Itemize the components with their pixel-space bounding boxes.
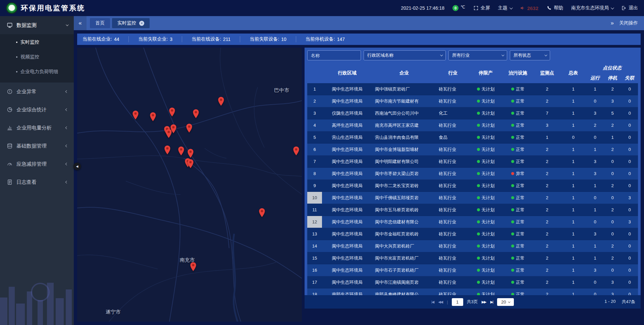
cell-region: 阆中生态环境局 [322,228,372,240]
map-pin[interactable] [218,97,224,106]
table-row[interactable]: 17阆中生态环境局阆中市江南镇阆南页岩砖瓦行业无计划正常21030 [307,276,638,288]
map-roads-decoration [77,48,302,322]
cell-limit-production: 无计划 [470,107,502,119]
prev-page-button[interactable]: ◀◀ [438,300,443,304]
map[interactable]: ◀ 巴中市南充市遂宁市 [77,48,302,322]
temperature-unit-label: ℃ [461,5,465,9]
next-page-button[interactable]: ▶▶ [482,300,487,304]
map-pin[interactable] [164,145,171,155]
table-row[interactable]: 8阆中生态环境局阆中市枣碧大梁山页岩砖瓦行业无计划异常21300 [307,168,638,180]
cell-total-meters: 1 [560,252,586,264]
chevron-down-icon [66,23,68,26]
cell-industry: 砖瓦行业 [436,228,470,240]
cell-index: 7 [307,156,322,167]
table-row[interactable]: 2阆中生态环境局阆中市南方节能建材有砖瓦行业无计划正常21030 [307,95,638,107]
map-pin[interactable] [293,146,300,156]
cell-total-meters: 1 [560,204,586,216]
first-page-button[interactable]: |◀ [431,300,434,304]
industry-filter-value: 所有行业 [452,52,470,58]
brand: 环保用电监管系统 [6,2,85,14]
sidebar-item-5[interactable]: 基础数据管理 [0,137,74,155]
map-pin[interactable] [193,109,199,118]
table-row[interactable]: 5营山生态环境局营山县润丰肉食品有限食品无计划正常10010 [307,131,638,144]
stat-label: 当前停机设备: [306,36,335,42]
table-row[interactable]: 7阆中生态环境局阆中明阳建材有限公司砖瓦行业无计划正常21300 [307,156,638,168]
org-dropdown[interactable]: 南充市生态环境局 [571,5,613,11]
org-name-label: 南充市生态环境局 [571,5,609,11]
sidebar-item-6[interactable]: 应急减排管理 [0,155,74,173]
help-button[interactable]: 帮助 [546,5,563,11]
close-operations-button[interactable]: 关闭操作 [619,20,638,26]
map-pin[interactable] [259,208,265,217]
logout-button[interactable]: 退出 [621,5,638,11]
temperature-value-badge: 0 [452,5,459,11]
table-row[interactable]: 15阆中生态环境局阆中市光富页岩机砖厂砖瓦行业无计划正常21120 [307,252,638,264]
map-pin[interactable] [150,112,156,121]
cell-industry: 砖瓦行业 [436,156,470,167]
table-row[interactable]: 11阆中生态环境局阆中市五马桥页岩机砖砖瓦行业无计划正常21120 [307,204,638,216]
table-row[interactable]: 14阆中生态环境局阆中大兴页岩机砖厂砖瓦行业无计划正常21120 [307,240,638,252]
cell-lost: 0 [621,228,638,240]
industry-filter-select[interactable]: 所有行业 [448,50,507,60]
cell-lost: 0 [621,83,638,95]
map-pin[interactable] [186,123,193,133]
cell-total-meters: 0 [560,131,586,143]
table-row[interactable]: 18南部生态环境局南部县鑫峰建材有限公砖瓦行业无计划正常21030 [307,288,638,295]
fullscreen-button[interactable]: 全屏 [473,5,490,11]
table-row[interactable]: 12阆中生态环境局阆中市忠信建材有限公砖瓦行业无计划正常21003 [307,216,638,228]
cell-total-meters: 1 [560,107,586,119]
map-pin[interactable] [187,149,194,158]
cell-pollution-facility: 正常 [502,264,534,276]
map-pin[interactable] [169,107,175,117]
map-pin[interactable] [190,262,197,271]
region-filter-select[interactable]: 行政区域名称 [364,50,446,60]
sidebar-subitem[interactable]: 企业电力负荷明细 [0,64,74,79]
alarm-mute-button[interactable]: 2632 [520,5,538,11]
theme-dropdown[interactable]: 主题 [498,5,512,11]
tab-2[interactable]: 实时监控× [112,18,150,28]
cell-monitor-points: 1 [534,131,560,143]
sidebar-submenu: 实时监控视频监控企业电力负荷明细 [0,34,74,83]
table-row[interactable]: 1阆中生态环境局阆中强锐页岩砖厂砖瓦行业无计划正常21120 [307,83,638,95]
last-page-button[interactable]: ▶| [490,300,493,304]
table-row[interactable]: 13阆中生态环境局阆中市金福旺页岩机砖砖瓦行业无计划正常21300 [307,228,638,240]
status-dot-green [477,257,480,260]
map-pin[interactable] [187,159,194,168]
table-row[interactable]: 4高坪生态环境局南充市高坪区王家店建砖瓦行业无计划正常31220 [307,119,638,131]
cell-index: 14 [307,240,322,252]
sidebar-item-1[interactable]: 数据监测 [0,16,74,34]
sidebar-subitem[interactable]: 视频监控 [0,50,74,64]
facility-text: 正常 [516,207,525,213]
sidebar-item-7[interactable]: 日志查看 [0,173,74,191]
map-collapse-handle[interactable]: ◀ [73,163,81,170]
content-inner: 当前在线企业:44当前失联企业:3当前在线设备:211当前失联设备:10当前停机… [74,30,644,325]
cell-running: 1 [586,180,604,192]
sidebar-item-2[interactable]: 企业异常 [0,83,74,101]
tabs-scroll-right-button[interactable]: » [611,20,614,26]
status-filter-select[interactable]: 所有状态 [510,50,550,60]
sidebar-item-4[interactable]: 企业用电量分析 [0,119,74,137]
name-filter-input[interactable] [307,50,361,60]
table-row[interactable]: 3仪陇生态环境局西南油气田分公司川中化工无计划正常71350 [307,107,638,119]
cell-running: 3 [586,228,604,240]
sidebar-subitem[interactable]: 实时监控 [0,35,74,50]
table-row[interactable]: 9阆中生态环境局阆中市二龙长宝页岩砖砖瓦行业无计划正常21120 [307,180,638,192]
table-row[interactable]: 6阆中生态环境局阆中市金博瑞新型墙材砖瓦行业无计划正常21120 [307,144,638,156]
stat-item: 当前停机设备:147 [306,36,354,42]
sidebar-item-3[interactable]: 企业综合统计 [0,101,74,119]
cell-index: 4 [307,119,322,131]
map-pin[interactable] [165,129,172,138]
table-row[interactable]: 10阆中生态环境局阆中千佛镇五郎垭页岩砖瓦行业无计划正常21003 [307,192,638,204]
map-pin[interactable] [178,146,184,156]
map-pin[interactable] [132,110,139,120]
page-size-select[interactable]: 20 [497,298,514,306]
tabs-scroll-left-button[interactable]: « [74,16,87,30]
tab-1[interactable]: 首页 [90,18,110,28]
table-header: 行政区域 企业 行业 停限产 治污设施 监测点 总表 点位状态 运行 停机 [307,63,638,83]
sidebar-menu: 数据监测实时监控视频监控企业电力负荷明细企业异常企业综合统计企业用电量分析基础数… [0,16,74,191]
page-number-input[interactable] [452,298,463,306]
cell-pollution-facility: 异常 [502,168,534,179]
table-row[interactable]: 16阆中生态环境局阆中市石子页岩机砖厂砖瓦行业无计划正常21300 [307,264,638,276]
tab-close-icon[interactable]: × [139,21,144,26]
header-point-status: 点位状态 [586,63,638,73]
